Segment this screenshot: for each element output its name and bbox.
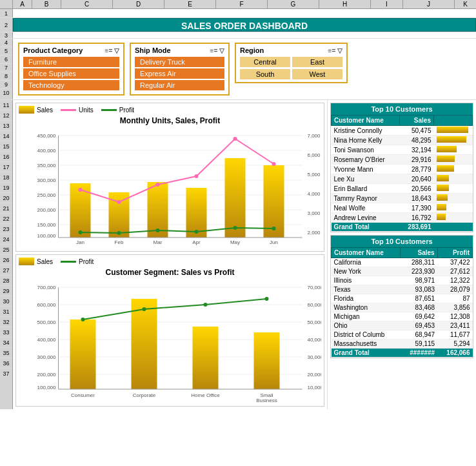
col-customer-name-2: Customer Name — [332, 248, 401, 258]
row-10: 10 — [0, 89, 12, 97]
state-profit: 87 — [437, 294, 472, 303]
filter-icons[interactable]: ≡= ▽ — [105, 47, 119, 54]
svg-point-34 — [79, 188, 83, 192]
svg-point-74 — [143, 307, 146, 311]
state-profit: 27,612 — [437, 267, 472, 276]
row-35: 35 — [0, 348, 12, 358]
svg-point-45 — [272, 227, 276, 230]
customer-sales: 20,640 — [399, 174, 433, 184]
customer-sales: 48,295 — [399, 136, 433, 145]
customer-name: Lee Xu — [332, 174, 400, 184]
svg-text:700,000: 700,000 — [37, 285, 56, 290]
product-category-label: Product Category — [23, 46, 83, 54]
customer-bar — [434, 165, 473, 174]
svg-text:200,000: 200,000 — [37, 207, 56, 213]
row-13: 13 — [0, 121, 12, 131]
row-31: 31 — [0, 307, 12, 317]
customer-sales: 50,475 — [399, 126, 433, 136]
customer-sales: 18,643 — [399, 194, 433, 203]
filter-furniture[interactable]: Furniture — [23, 57, 119, 67]
filter-express-air[interactable]: Express Air — [135, 68, 224, 79]
state-name: Massachusetts — [332, 339, 401, 349]
col-g: G — [268, 0, 319, 8]
customer-bar — [434, 184, 473, 194]
row-2: 2 — [0, 18, 13, 32]
row-8: 8 — [0, 72, 12, 81]
customers-table-2-header: Top 10 Customers — [331, 236, 473, 247]
monthly-chart-container: Sales Units Profit Monthly Units, Sales,… — [15, 103, 324, 252]
row-36: 36 — [0, 358, 12, 369]
filter-technology[interactable]: Technology — [23, 80, 119, 90]
row-28: 28 — [0, 276, 12, 286]
svg-text:Home Office: Home Office — [191, 392, 220, 398]
table-row: Toni Swanson 32,194 — [332, 145, 473, 155]
customer-bar — [434, 194, 473, 203]
table-row: Yvonne Mann 28,779 — [332, 165, 473, 174]
ship-mode-filter-icons[interactable]: ≡= ▽ — [210, 47, 224, 54]
svg-point-75 — [204, 303, 208, 307]
svg-text:20,000: 20,000 — [308, 372, 322, 378]
col-c: C — [61, 0, 113, 8]
table-row: Illinois 98,971 12,322 — [332, 276, 473, 285]
region-filter-icons[interactable]: ≡= ▽ — [328, 47, 342, 54]
customer-bar — [434, 203, 473, 213]
grand-total-sales: 283,691 — [399, 223, 433, 232]
svg-text:250,000: 250,000 — [37, 192, 56, 198]
ship-mode-filter[interactable]: Ship Mode ≡= ▽ Delivery Truck Express Ai… — [130, 43, 230, 96]
grand-total-label-2: Grand Total — [332, 349, 401, 358]
profit-label2: Profit — [79, 258, 94, 265]
sales-swatch — [19, 106, 34, 114]
filter-delivery-truck[interactable]: Delivery Truck — [135, 57, 224, 67]
row-23: 23 — [0, 224, 12, 234]
col-j: J — [403, 0, 455, 8]
grand-total-sales-2: ####### — [400, 349, 437, 358]
state-name: New York — [332, 267, 401, 276]
table-row: Michigan 69,642 12,308 — [332, 312, 473, 321]
product-category-filter[interactable]: Product Category ≡= ▽ Furniture Office S… — [18, 43, 124, 96]
sales-swatch2 — [19, 258, 34, 265]
svg-rect-26 — [225, 158, 246, 238]
row-6: 6 — [0, 56, 12, 64]
filter-central[interactable]: Central — [240, 57, 290, 67]
row-4: 4 — [0, 39, 12, 47]
profit-swatch2 — [61, 261, 76, 263]
state-name: Ohio — [332, 321, 401, 330]
state-name: Illinois — [332, 276, 401, 285]
col-k: K — [455, 0, 476, 8]
svg-text:May: May — [230, 239, 240, 245]
chart1-legend: Sales Units Profit — [19, 106, 321, 114]
state-name: Florida — [332, 294, 401, 303]
svg-text:3,000: 3,000 — [308, 210, 321, 216]
filter-west[interactable]: West — [292, 69, 342, 79]
state-sales: 59,115 — [400, 339, 437, 349]
region-filter[interactable]: Region ≡= ▽ Central East South West — [235, 43, 348, 83]
filter-office-supplies[interactable]: Office Supplies — [23, 68, 119, 79]
customer-bar — [434, 136, 473, 145]
svg-text:Apr: Apr — [192, 239, 201, 245]
segment-chart-container: Sales Profit Customer Segment: Sales vs … — [15, 254, 324, 407]
row-29: 29 — [0, 286, 12, 296]
customer-sales: 20,566 — [399, 184, 433, 194]
state-profit: 37,422 — [437, 258, 472, 267]
state-sales: 68,947 — [400, 330, 437, 339]
customer-bar — [434, 126, 473, 136]
col-f: F — [216, 0, 268, 8]
legend-sales: Sales — [19, 106, 53, 114]
grand-total-profit-2: 162,066 — [437, 349, 472, 358]
svg-text:7,000: 7,000 — [308, 133, 321, 139]
filter-regular-air[interactable]: Regular Air — [135, 80, 224, 90]
customer-name: Andrew Levine — [332, 213, 400, 223]
legend2-sales: Sales — [19, 258, 53, 265]
profit-label: Profit — [119, 106, 134, 114]
chart1-svg: 450,000 400,000 350,000 300,000 250,000 … — [19, 128, 321, 247]
svg-point-76 — [265, 297, 269, 301]
col-a: A — [13, 0, 32, 8]
state-name: California — [332, 258, 401, 267]
filter-south[interactable]: South — [240, 69, 290, 79]
units-label: Units — [79, 106, 94, 114]
customer-sales: 17,390 — [399, 203, 433, 213]
filter-east[interactable]: East — [292, 57, 342, 67]
row-12: 12 — [0, 110, 12, 121]
state-sales: 69,642 — [400, 312, 437, 321]
grand-total-row: Grand Total 283,691 — [332, 223, 473, 232]
